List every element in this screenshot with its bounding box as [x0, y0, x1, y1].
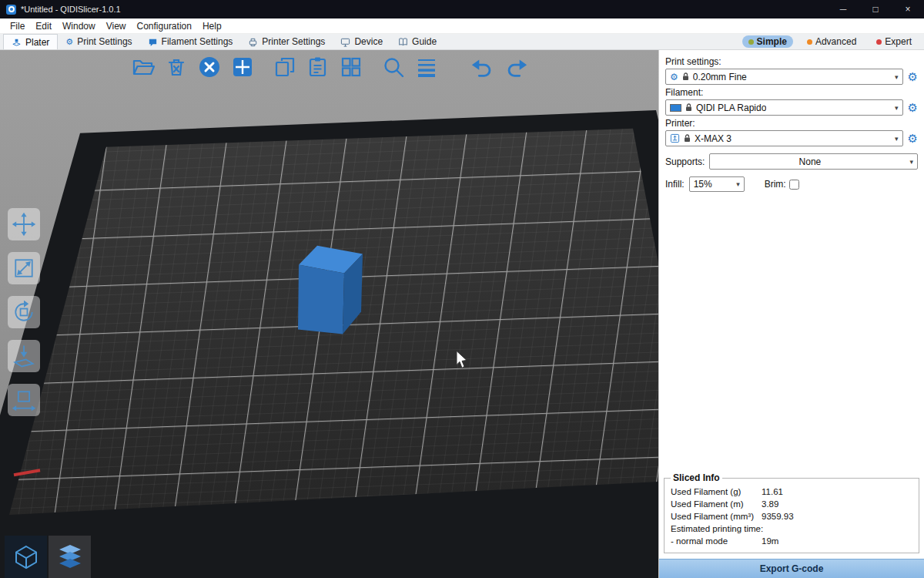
lock-icon: [684, 134, 691, 143]
dropdown-caret-icon: ▾: [909, 158, 913, 166]
infill-value: 15%: [694, 179, 712, 190]
minimize-button[interactable]: ─: [827, 0, 859, 18]
tab-bar: Plater ⚙ Print Settings Filament Setting…: [0, 34, 924, 50]
supports-select[interactable]: None ▾: [709, 153, 918, 170]
editor-cube-icon: [12, 543, 40, 571]
preview-view-button[interactable]: [49, 536, 91, 578]
mode-switcher: Simple Advanced Expert: [742, 34, 924, 49]
undo-icon: [470, 55, 495, 79]
menu-configuration[interactable]: Configuration: [132, 19, 197, 33]
mode-advanced[interactable]: Advanced: [801, 35, 862, 48]
gear-icon: ⚙: [670, 72, 678, 82]
build-plate-scene[interactable]: [0, 50, 658, 578]
open-folder-icon: [132, 55, 155, 79]
app-window: *Untitled - QIDISlicer-1.0.1 ─ □ × File …: [0, 0, 924, 578]
dropdown-caret-icon: ▾: [895, 73, 899, 81]
tab-device[interactable]: Device: [333, 34, 390, 49]
paste-button[interactable]: [305, 54, 331, 80]
copy-icon: [273, 55, 296, 79]
scale-icon: [11, 255, 37, 281]
scale-tool-button[interactable]: [8, 252, 40, 284]
viewport-3d[interactable]: [0, 50, 658, 578]
printer-icon: [248, 37, 258, 47]
move-tool-button[interactable]: [8, 208, 40, 240]
delete-button[interactable]: [163, 54, 189, 80]
tab-guide[interactable]: Guide: [390, 34, 444, 49]
sliced-info-row: Estimated printing time:: [671, 524, 912, 533]
undo-button[interactable]: [470, 54, 496, 80]
preview-layers-icon: [55, 542, 85, 573]
tab-printer-settings[interactable]: Printer Settings: [240, 34, 333, 49]
mode-simple[interactable]: Simple: [742, 35, 793, 48]
redo-button[interactable]: [503, 54, 529, 80]
dropdown-caret-icon: ▾: [895, 135, 899, 143]
place-on-face-tool-button[interactable]: [8, 340, 40, 372]
copy-button[interactable]: [272, 54, 298, 80]
tab-filament-settings[interactable]: Filament Settings: [140, 34, 241, 49]
menu-file[interactable]: File: [5, 19, 30, 33]
maximize-button[interactable]: □: [859, 0, 892, 18]
print-settings-gear-button[interactable]: ⚙: [908, 71, 918, 82]
filament-select[interactable]: QIDI PLA Rapido ▾: [665, 99, 903, 116]
sliced-info-row: Used Filament (mm³) 9359.93: [671, 512, 912, 521]
viewport-toolbar: [130, 54, 529, 80]
sliced-info-title: Sliced Info: [671, 472, 722, 483]
tab-print-settings[interactable]: ⚙ Print Settings: [58, 34, 139, 49]
sliced-info-row: - normal mode 19m: [671, 536, 912, 546]
tab-plater[interactable]: Plater: [3, 34, 58, 49]
infill-label: Infill:: [665, 179, 685, 190]
print-settings-label: Print settings:: [665, 56, 918, 67]
expert-mode-dot-icon: [876, 39, 882, 45]
sidebar-spacer: [659, 192, 924, 469]
app-logo-icon: [6, 5, 16, 15]
split-objects-icon: [340, 55, 363, 79]
model-cube[interactable]: [298, 246, 363, 334]
mode-expert[interactable]: Expert: [870, 35, 918, 48]
device-monitor-icon: [340, 37, 350, 47]
advanced-mode-dot-icon: [807, 39, 812, 45]
printer-value: X-MAX 3: [695, 133, 732, 144]
measure-tool-button[interactable]: [8, 384, 40, 416]
infill-select[interactable]: 15% ▾: [689, 176, 745, 192]
measure-icon: [11, 387, 37, 413]
title-bar: *Untitled - QIDISlicer-1.0.1 ─ □ ×: [0, 0, 924, 18]
brim-label: Brim:: [765, 179, 786, 190]
redo-icon: [504, 55, 528, 79]
lock-icon: [682, 72, 689, 81]
place-on-face-icon: [11, 343, 37, 369]
window-title: *Untitled - QIDISlicer-1.0.1: [21, 5, 121, 14]
close-button[interactable]: ×: [892, 0, 924, 18]
arrange-button[interactable]: [229, 54, 256, 80]
printer-gear-button[interactable]: ⚙: [908, 133, 918, 144]
menu-edit[interactable]: Edit: [30, 19, 57, 33]
print-settings-select[interactable]: ⚙ 0.20mm Fine ▾: [665, 69, 903, 85]
view-switcher: [5, 536, 91, 578]
printer-select[interactable]: X-MAX 3 ▾: [665, 130, 903, 146]
menu-bar: File Edit Window View Configuration Help: [0, 18, 924, 34]
arrange-grid-icon: [231, 55, 254, 79]
supports-value: None: [799, 156, 822, 167]
brim-checkbox[interactable]: [789, 180, 799, 190]
delete-all-icon: [198, 55, 221, 79]
open-file-button[interactable]: [130, 54, 156, 80]
filament-gear-button[interactable]: ⚙: [908, 102, 918, 113]
layer-height-icon: [415, 55, 438, 79]
printer-icon: [670, 133, 680, 143]
search-icon: [382, 55, 405, 79]
menu-help[interactable]: Help: [197, 19, 227, 33]
lock-icon: [685, 103, 692, 112]
menu-view[interactable]: View: [101, 19, 132, 33]
sliced-info-row: Used Filament (m) 3.89: [671, 499, 912, 509]
simple-mode-dot-icon: [748, 39, 754, 45]
delete-all-button[interactable]: [196, 54, 223, 80]
menu-window[interactable]: Window: [57, 19, 101, 33]
rotate-tool-button[interactable]: [8, 296, 40, 328]
dropdown-caret-icon: ▾: [895, 104, 899, 112]
dropdown-caret-icon: ▾: [736, 180, 740, 188]
rotate-icon: [11, 299, 37, 325]
split-objects-button[interactable]: [338, 54, 364, 80]
search-button[interactable]: [380, 54, 407, 80]
variable-layer-height-button[interactable]: [413, 54, 440, 80]
export-gcode-button[interactable]: Export G-code: [659, 559, 924, 578]
editor-view-button[interactable]: [5, 536, 47, 578]
